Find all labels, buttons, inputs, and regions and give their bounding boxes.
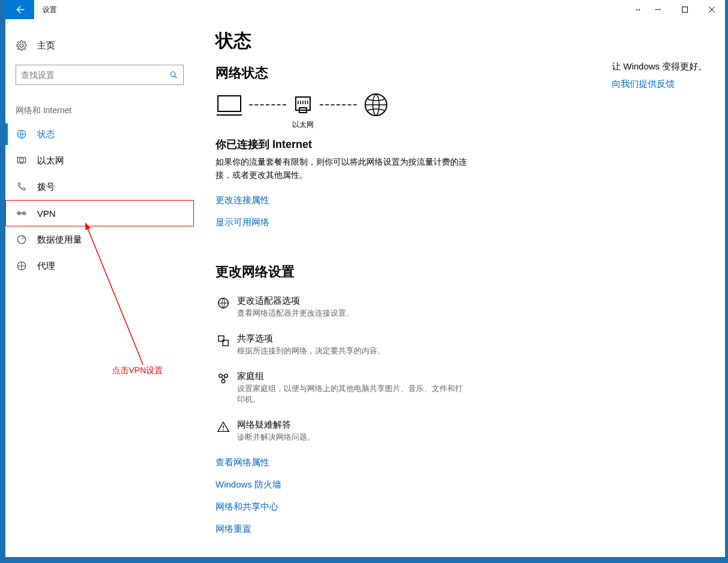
diagram-line	[249, 104, 286, 105]
sidebar-item-proxy[interactable]: 代理	[5, 253, 194, 279]
right-panel: 让 Windows 变得更好。 向我们提供反馈	[612, 61, 707, 90]
search-icon	[164, 71, 183, 79]
svg-rect-0	[682, 7, 687, 13]
setting-title: 共享选项	[237, 333, 385, 344]
sidebar-item-dialup[interactable]: 拨号	[5, 174, 194, 200]
close-button[interactable]	[698, 0, 725, 19]
titlebar-expand-icon: ↔	[635, 5, 642, 14]
status-icon	[16, 129, 28, 140]
pc-icon	[216, 92, 243, 117]
svg-point-5	[18, 213, 20, 214]
search-input[interactable]	[16, 70, 164, 80]
settings-window: 设置 ↔ 主页	[5, 0, 725, 557]
setting-sharing-options[interactable]: 共享选项 根据所连接到的网络，决定要共享的内容。	[216, 333, 711, 356]
feedback-title: 让 Windows 变得更好。	[612, 61, 707, 72]
link-feedback[interactable]: 向我们提供反馈	[612, 78, 675, 90]
svg-rect-3	[17, 158, 26, 163]
svg-rect-11	[218, 96, 241, 111]
connected-desc: 如果你的流量套餐有限制，则你可以将此网络设置为按流量计费的连接，或者更改其他属性…	[216, 155, 473, 181]
setting-title: 网络疑难解答	[237, 419, 315, 431]
svg-point-1	[171, 72, 175, 77]
proxy-icon	[16, 261, 28, 271]
titlebar-right: ↔	[635, 0, 725, 19]
sidebar-item-vpn[interactable]: VPN	[5, 200, 194, 226]
sidebar-item-label: 代理	[28, 261, 55, 272]
page-title: 状态	[216, 29, 711, 53]
sidebar: 主页 网络和 Internet 状态	[5, 19, 194, 557]
globe-icon	[363, 92, 389, 118]
sidebar-item-label: VPN	[28, 208, 56, 219]
setting-troubleshoot[interactable]: 网络疑难解答 诊断并解决网络问题。	[216, 419, 711, 443]
back-button[interactable]	[5, 0, 34, 19]
svg-rect-4	[19, 159, 24, 162]
titlebar: 设置 ↔	[5, 0, 725, 19]
sidebar-item-status[interactable]: 状态	[5, 121, 194, 147]
ethernet-plug-icon	[292, 92, 314, 117]
maximize-button[interactable]	[671, 0, 698, 19]
search-box[interactable]	[16, 65, 184, 85]
setting-homegroup[interactable]: 家庭组 设置家庭组，以便与网络上的其他电脑共享图片、音乐、文件和打印机。	[216, 371, 711, 405]
data-usage-icon	[16, 234, 28, 245]
sidebar-item-ethernet[interactable]: 以太网	[5, 147, 194, 174]
connected-heading: 你已连接到 Internet	[216, 137, 711, 152]
setting-desc: 根据所连接到的网络，决定要共享的内容。	[237, 346, 385, 356]
homegroup-icon	[216, 371, 231, 405]
window-title: 设置	[34, 5, 57, 15]
content: 主页 网络和 Internet 状态	[5, 19, 725, 557]
sidebar-item-label: 状态	[28, 129, 55, 140]
sidebar-item-label: 以太网	[28, 155, 64, 167]
svg-point-21	[223, 429, 224, 431]
setting-adapter-options[interactable]: 更改适配器选项 查看网络适配器并更改连接设置。	[216, 295, 711, 319]
minimize-button[interactable]	[644, 0, 671, 19]
adapter-icon	[216, 295, 231, 319]
home-button[interactable]: 主页	[5, 34, 194, 57]
sidebar-item-data-usage[interactable]: 数据使用量	[5, 226, 194, 253]
link-change-connection-properties[interactable]: 更改连接属性	[216, 195, 269, 206]
home-label: 主页	[28, 40, 55, 52]
link-network-reset[interactable]: 网络重置	[216, 523, 251, 535]
diagram-line	[320, 104, 357, 105]
diagram-ethernet: 以太网	[292, 92, 314, 129]
arrow-left-icon	[14, 4, 25, 15]
sidebar-item-label: 数据使用量	[28, 234, 82, 246]
setting-title: 更改适配器选项	[237, 295, 354, 307]
link-windows-firewall[interactable]: Windows 防火墙	[216, 479, 281, 491]
svg-point-6	[23, 213, 25, 214]
close-icon	[709, 7, 715, 13]
vpn-icon	[16, 208, 28, 219]
link-view-network-properties[interactable]: 查看网络属性	[216, 457, 269, 468]
diagram-caption: 以太网	[292, 120, 314, 129]
network-diagram: 以太网	[216, 93, 711, 129]
link-network-sharing-center[interactable]: 网络和共享中心	[216, 501, 278, 513]
section-change-settings: 更改网络设置	[216, 263, 711, 281]
diagram-globe	[363, 92, 389, 130]
sharing-icon	[216, 333, 231, 356]
setting-desc: 设置家庭组，以便与网络上的其他电脑共享图片、音乐、文件和打印机。	[237, 383, 465, 405]
main-content: 状态 网络状态 以太网 你已连接到 Internet 如	[194, 19, 725, 557]
search-wrap	[5, 57, 194, 85]
titlebar-left: 设置	[5, 0, 57, 19]
setting-desc: 诊断并解决网络问题。	[237, 432, 315, 443]
annotation-text: 点击VPN设置	[112, 365, 163, 376]
gear-icon	[16, 40, 28, 51]
maximize-icon	[682, 7, 688, 13]
dialup-icon	[16, 181, 28, 192]
link-show-available-networks[interactable]: 显示可用网络	[216, 217, 269, 228]
sidebar-group-header: 网络和 Internet	[5, 85, 194, 121]
sidebar-item-label: 拨号	[28, 181, 55, 193]
setting-title: 家庭组	[237, 371, 465, 382]
ethernet-icon	[16, 155, 28, 166]
setting-desc: 查看网络适配器并更改连接设置。	[237, 308, 354, 319]
minimize-icon	[655, 7, 661, 13]
troubleshoot-icon	[216, 419, 231, 443]
diagram-pc	[216, 92, 243, 129]
